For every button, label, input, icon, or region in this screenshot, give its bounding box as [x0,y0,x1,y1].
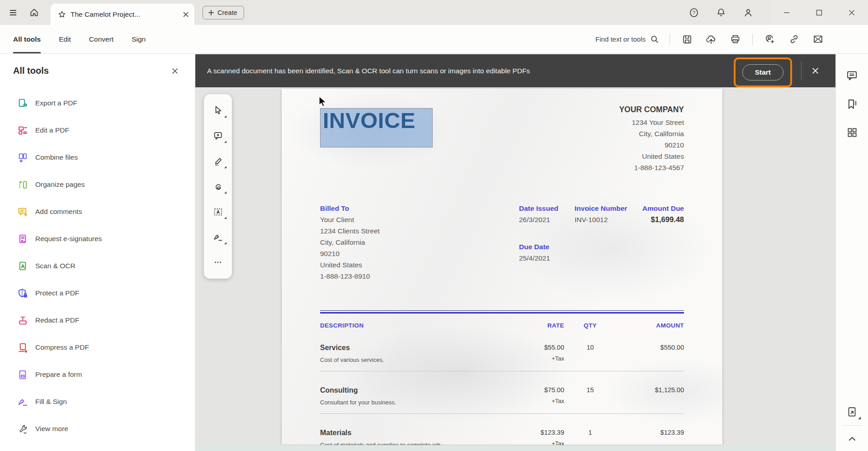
create-button[interactable]: Create [203,6,244,19]
maximize-button[interactable] [803,0,835,25]
header-qty: QTY [564,322,616,329]
header-rate: RATE [508,322,564,329]
amount-due-label: Amount Due [642,203,684,214]
prepare-form-icon [17,369,28,380]
email-button[interactable] [811,33,825,46]
draw-tool-button[interactable] [204,174,232,199]
close-icon [171,67,179,75]
highlight-tool-button[interactable] [204,148,232,174]
tool-item-protect-pdf[interactable]: Protect a PDF [0,280,195,307]
tool-list: Export a PDF Edit a PDF Combine files Or… [0,80,195,442]
home-button[interactable] [24,8,44,17]
billed-line: 1-888-123-8910 [320,271,380,282]
selected-invoice-title[interactable]: INVOICE [320,108,433,147]
request-signatures-button[interactable] [763,33,777,46]
tool-item-fill-sign[interactable]: Fill & Sign [0,388,195,415]
document-tab[interactable]: The Camelot Project... [51,4,194,25]
tab-close-icon[interactable] [183,11,189,18]
tool-item-organize-pages[interactable]: Organize pages [0,171,195,198]
add-comment-tool-button[interactable] [204,123,232,148]
sign-tool-button[interactable] [204,224,232,250]
row-tax: +Tax [508,398,564,404]
start-ocr-button[interactable]: Start [742,64,783,81]
tool-item-compress-pdf[interactable]: Compress a PDF [0,334,195,361]
tool-item-edit-pdf[interactable]: Edit a PDF [0,117,195,144]
document-viewer: A scanned document has been identified, … [195,54,835,451]
export-pdf-icon [17,98,28,109]
upload-cloud-button[interactable] [704,33,718,46]
tool-item-scan-ocr[interactable]: Scan & OCR [0,252,195,280]
home-icon [29,8,39,17]
pdf-page[interactable]: INVOICE YOUR COMPANY 1234 Your Street Ci… [282,89,722,445]
bookmarks-panel-button[interactable] [844,97,860,111]
print-button[interactable] [728,33,742,46]
tools-toolbar: All tools Edit Convert Sign Find text or… [0,25,868,54]
company-block: YOUR COMPANY 1234 Your Street City, Cali… [619,105,684,173]
panel-close-button[interactable] [171,67,179,75]
company-name: YOUR COMPANY [619,105,684,114]
comments-panel-button[interactable] [844,69,860,82]
protect-pdf-icon [17,288,28,299]
find-text-or-tools[interactable]: Find text or tools [595,35,659,44]
help-icon: ? [689,8,699,18]
share-link-button[interactable] [787,33,801,46]
search-label: Find text or tools [595,35,646,43]
save-button[interactable] [680,33,694,46]
add-comments-icon [17,206,28,217]
row-amount: $1,125.00 [616,386,684,406]
window-controls [770,0,868,25]
due-date-label: Due Date [519,241,550,252]
billed-to-label: Billed To [320,203,380,214]
row-note: Consultant for your business. [320,399,508,406]
close-window-button[interactable] [835,0,868,25]
request-esign-icon [17,233,28,244]
signature-pen-icon [213,232,223,242]
minimize-button[interactable] [770,0,803,25]
help-button[interactable]: ? [684,8,704,18]
tool-item-prepare-form[interactable]: Prepare a form [0,361,195,388]
tool-item-request-esignatures[interactable]: Request e-signatures [0,225,195,252]
header-amount: AMOUNT [616,322,684,329]
add-text-tool-button[interactable] [204,199,232,224]
start-highlight-box: Start [734,57,792,87]
user-icon [743,8,753,18]
tool-item-export-pdf[interactable]: Export a PDF [0,90,195,117]
invoice-title: INVOICE [323,109,432,132]
tool-item-combine-files[interactable]: Combine files [0,144,195,171]
invoice-table: DESCRIPTION RATE QTY AMOUNT Services Cos… [320,310,684,451]
more-tools-button[interactable] [204,250,232,275]
tab-all-tools[interactable]: All tools [13,25,41,53]
organize-pages-icon [17,179,28,190]
tab-convert[interactable]: Convert [89,25,113,53]
page-view-options-button[interactable] [844,405,860,419]
billed-to-block: Billed To Your Client 1234 Clients Stree… [320,203,380,282]
tab-sign[interactable]: Sign [132,25,146,53]
rail-divider [842,425,862,426]
page-thumbnails-button[interactable] [844,126,860,139]
row-description: Consulting [320,386,508,394]
tab-edit[interactable]: Edit [59,25,71,53]
hamburger-menu-button[interactable] [3,8,24,17]
tool-item-view-more[interactable]: View more [0,415,195,442]
notifications-button[interactable] [711,8,731,18]
billed-line: City, California [320,237,380,248]
tool-item-add-comments[interactable]: Add comments [0,198,195,225]
scan-ocr-icon [17,261,28,271]
row-description: Services [320,344,508,352]
row-rate: $123.39 [508,429,564,436]
page-expand-icon [846,406,858,418]
date-issued-label: Date Issued [519,203,558,214]
ocr-banner-message: A scanned document has been identified, … [195,67,734,75]
star-icon[interactable] [58,10,66,19]
collapse-rail-button[interactable] [844,432,860,446]
link-icon [789,34,799,44]
company-line: United States [619,151,684,162]
edit-pdf-icon [17,125,28,136]
tool-item-redact-pdf[interactable]: Redact a PDF [0,307,195,334]
bookmark-icon [846,98,858,110]
select-tool-button[interactable] [204,98,232,123]
account-button[interactable] [738,8,759,18]
banner-close-button[interactable] [802,62,835,79]
grid-icon [846,127,858,138]
bottom-strip [195,445,835,451]
